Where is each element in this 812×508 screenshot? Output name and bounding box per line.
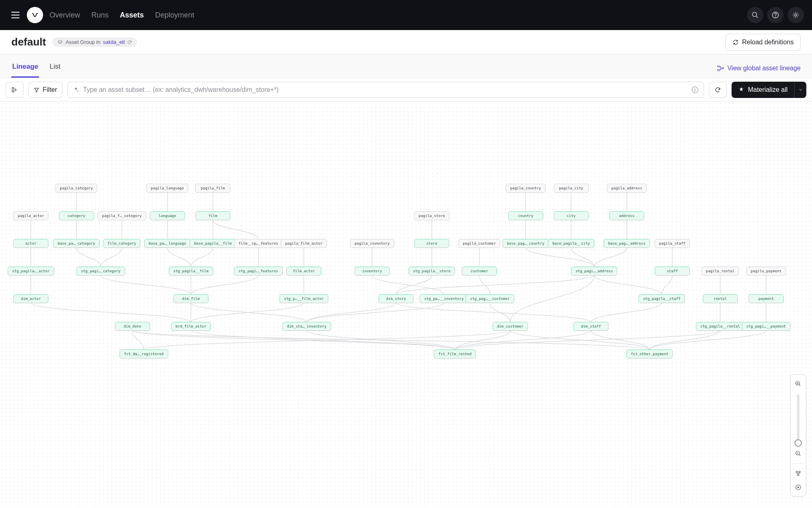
badge-link[interactable]: sakila_etl <box>103 39 125 45</box>
asset-node-film_actor[interactable]: film_actor <box>286 267 321 276</box>
zoom-thumb[interactable] <box>795 439 802 447</box>
asset-node-customer[interactable]: customer <box>462 267 497 276</box>
materialize-all-button[interactable]: Materialize all <box>732 82 794 98</box>
asset-node-dim_store[interactable]: dim_store <box>379 294 414 303</box>
asset-node-pagila_language[interactable]: pagila_language <box>146 184 188 193</box>
asset-node-base_pagila_city[interactable]: base_pagila__city <box>548 239 594 248</box>
asset-node-film[interactable]: film <box>195 211 230 220</box>
settings-button[interactable] <box>788 7 804 23</box>
asset-node-store[interactable]: store <box>414 239 449 248</box>
asset-node-actor[interactable]: actor <box>13 239 48 248</box>
asset-node-stg_pagila_actor[interactable]: stg_pagila…_actor <box>8 267 54 276</box>
asset-node-pagila_film[interactable]: pagila_film <box>195 184 230 193</box>
asset-node-stg_pag_customer[interactable]: stg_pag…__customer <box>466 294 514 303</box>
asset-node-address[interactable]: address <box>609 211 644 220</box>
asset-node-fct_da_registered[interactable]: fct_da…_registered <box>119 350 168 358</box>
asset-node-staff[interactable]: staff <box>655 267 690 276</box>
refresh-graph-button[interactable] <box>709 82 727 98</box>
help-button[interactable] <box>767 7 784 23</box>
asset-node-pagila_store[interactable]: pagila_store <box>414 211 449 220</box>
asset-node-pagila_staff[interactable]: pagila_staff <box>654 239 690 248</box>
badge-prefix: Asset Group in <box>65 39 100 45</box>
tab-lineage[interactable]: Lineage <box>11 63 39 78</box>
asset-node-country[interactable]: country <box>508 211 543 220</box>
nav-item-assets[interactable]: Assets <box>120 11 144 20</box>
asset-subset-search[interactable] <box>67 82 704 98</box>
asset-node-dim_sta_inventory[interactable]: dim_sta…_inventory <box>282 322 331 331</box>
asset-node-category[interactable]: category <box>59 211 94 220</box>
svg-rect-7 <box>722 68 724 69</box>
asset-search-input[interactable] <box>83 86 688 93</box>
asset-node-base_pa_category[interactable]: base_pa…_category <box>53 239 100 248</box>
nav-item-deployment[interactable]: Deployment <box>155 11 194 20</box>
fit-graph-button[interactable] <box>793 468 804 479</box>
asset-node-fct_other_payment[interactable]: fct_other_payment <box>626 350 673 358</box>
asset-node-film_category[interactable]: film_category <box>103 239 141 248</box>
asset-node-pagila_category[interactable]: pagila_category <box>55 184 97 193</box>
asset-node-pagila_actor[interactable]: pagila_actor <box>13 211 48 220</box>
asset-node-pagila_customer[interactable]: pagila_customer <box>458 239 500 248</box>
asset-node-pagila_f_category[interactable]: pagila_f…_category <box>97 211 146 220</box>
zoom-in-button[interactable] <box>793 378 804 389</box>
asset-node-stg_pagila_store[interactable]: stg_pagila__store <box>409 267 455 276</box>
chevron-down-icon <box>798 87 803 92</box>
nav-item-runs[interactable]: Runs <box>91 11 108 20</box>
asset-node-language[interactable]: language <box>150 211 185 220</box>
asset-node-pagila_rental[interactable]: pagila_rental <box>702 267 739 276</box>
asset-node-dim_customer[interactable]: dim_customer <box>492 322 528 331</box>
filter-button[interactable]: Filter <box>28 82 63 98</box>
asset-node-pagila_payment[interactable]: pagila_payment <box>746 267 786 276</box>
lineage-graph[interactable]: pagila_categorypagila_languagepagila_fil… <box>0 102 812 508</box>
asset-node-inventory[interactable]: inventory <box>355 267 390 276</box>
menu-button[interactable] <box>8 8 23 22</box>
asset-node-stg_pagi_features[interactable]: stg_pagi…_features <box>234 267 283 276</box>
asset-node-film_sp_features[interactable]: film__sp…_features <box>234 239 283 248</box>
asset-node-stg_pa_inventory[interactable]: stg_pa…__inventory <box>420 294 468 303</box>
asset-node-stg_pagila_rental[interactable]: stg_pagila__rental <box>696 322 745 331</box>
asset-node-stg_pagila_staff[interactable]: stg_pagila__staff <box>639 294 685 303</box>
asset-node-dim_staff[interactable]: dim_staff <box>574 322 608 331</box>
asset-node-dim_date[interactable]: dim_date <box>115 322 150 331</box>
center-icon <box>795 484 801 491</box>
asset-node-fct_film_rented[interactable]: fct_film_rented <box>434 350 476 358</box>
asset-node-city[interactable]: city <box>554 211 589 220</box>
app-logo[interactable] <box>27 7 43 23</box>
asset-node-brd_film_actor[interactable]: brd_film_actor <box>171 322 211 331</box>
zoom-out-button[interactable] <box>793 448 804 459</box>
zoom-slider[interactable] <box>797 394 799 443</box>
asset-node-stg_pagi_category[interactable]: stg_pagi…_category <box>76 267 125 276</box>
svg-point-16 <box>797 486 799 488</box>
asset-node-base_pa_language[interactable]: base_pa…_language <box>144 239 191 248</box>
search-button[interactable] <box>747 7 763 23</box>
asset-node-pagila_inventory[interactable]: pagila_inventory <box>350 239 394 248</box>
asset-node-dim_actor[interactable]: dim_actor <box>13 294 48 303</box>
asset-node-base_pag_country[interactable]: base_pag…_country <box>502 239 549 248</box>
asset-group-badge[interactable]: Asset Group in sakila_etl <box>52 37 137 47</box>
asset-node-stg_pagi_address[interactable]: stg_pagi…_address <box>571 267 617 276</box>
asset-node-pagila_address[interactable]: pagila_address <box>607 184 647 193</box>
expand-panel-button[interactable] <box>6 82 24 98</box>
search-info-button[interactable] <box>691 86 699 93</box>
asset-node-pagila_city[interactable]: pagila_city <box>554 184 589 193</box>
tab-list[interactable]: List <box>49 63 61 78</box>
asset-node-stg_p_film_actor[interactable]: stg_p…__film_actor <box>279 294 328 303</box>
asset-node-stg_pagila_film[interactable]: stg_pagila__film <box>169 267 213 276</box>
asset-node-base_pag_address[interactable]: base_pag…_address <box>604 239 650 248</box>
panel-icon <box>11 87 18 93</box>
view-global-lineage-link[interactable]: View global asset lineage <box>717 65 801 78</box>
center-graph-button[interactable] <box>793 482 804 493</box>
asset-node-pagila_country[interactable]: pagila_country <box>506 184 546 193</box>
asset-node-dim_film[interactable]: dim_film <box>173 294 208 303</box>
reload-definitions-button[interactable]: Reload definitions <box>725 34 801 51</box>
asset-node-payment[interactable]: payment <box>749 294 784 303</box>
asset-node-pagila_film_actor[interactable]: pagila_film_actor <box>281 239 327 248</box>
asset-node-rental[interactable]: rental <box>703 294 738 303</box>
materialize-dropdown-button[interactable] <box>794 82 806 98</box>
svg-point-1 <box>752 12 757 17</box>
zoom-panel <box>790 374 806 497</box>
zoom-out-icon <box>795 450 801 457</box>
asset-node-base_pagila_film[interactable]: base_pagila__film <box>190 239 236 248</box>
asset-node-stg_pagi_payment[interactable]: stg_pagi…__payment <box>742 322 790 331</box>
nav-item-overview[interactable]: Overview <box>50 11 80 20</box>
svg-rect-14 <box>797 475 799 476</box>
